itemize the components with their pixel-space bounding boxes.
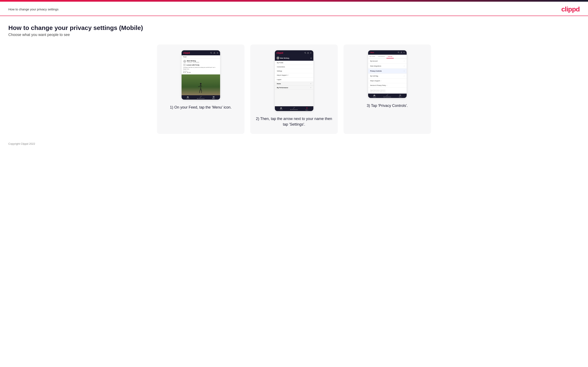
svg-line-1 (211, 53, 212, 54)
logo: clippd (561, 5, 580, 13)
mock3-item-mygolfbag: My Golf Bag › (368, 74, 407, 79)
mock3-item-serviceprivacy: Service & Privacy Policy ↗ (368, 83, 407, 88)
svg-line-7 (199, 85, 201, 87)
mock3-tab-connections: Connections (376, 55, 386, 58)
step-1-caption: 1) On your Feed, tap the 'Menu' icon. (170, 105, 232, 110)
mock2-myprofile-label: My Profile (277, 62, 283, 63)
mock1-tab: Feed (182, 55, 220, 59)
svg-point-5 (200, 83, 201, 84)
mock3-version: Clippd Client Version: 2022.8.3-3GQL Ser… (368, 88, 407, 93)
mockup-3: ‹ Back My Profile Connections Settings (368, 50, 407, 98)
step-1-card: clippd Feed Blair McHarg Yesterday · Sun… (157, 44, 244, 134)
mock3-tabs: My Profile Connections Settings (368, 55, 407, 59)
mock1-search-icon (210, 52, 212, 54)
svg-point-19 (308, 52, 308, 53)
mock1-logo: clippd (183, 51, 190, 54)
mock2-nav-menu: ✕ Menu (301, 107, 313, 111)
mock1-user-sub: Yesterday · Sunningdale (187, 62, 199, 63)
svg-point-21 (398, 52, 399, 53)
mockup-1: clippd Feed Blair McHarg Yesterday · Sun… (182, 50, 220, 100)
mock3-dataintegrations-chevron: › (404, 65, 405, 67)
mock3-back-arrow: ‹ (370, 52, 370, 53)
mock2-logout-label: Logout (277, 79, 281, 80)
page-heading: How to change your privacy settings (Mob… (8, 24, 580, 31)
mock3-search-icon (398, 51, 399, 53)
mock2-user-row: Blair McHarg ∧ (275, 55, 313, 61)
mock2-section-home: Home ∨ (275, 82, 313, 86)
mock2-perf-chevron: ∨ (310, 87, 311, 88)
mock2-person-icon (307, 52, 309, 54)
mock3-tab-myprofile: My Profile (368, 55, 377, 58)
mock2-nav-perf: My Performance (287, 107, 301, 111)
mock3-nav-perf-label: My Performance (383, 96, 391, 98)
svg-point-20 (310, 52, 311, 53)
mock2-settings-label: Settings (277, 70, 282, 72)
mock2-bottom-nav: Home My Performance ✕ Menu (275, 106, 313, 111)
mock2-home-section-label: Home (277, 83, 281, 84)
svg-line-10 (200, 89, 201, 92)
mock2-nav-perf-label: My Performance (290, 109, 298, 110)
mock2-avatar (277, 57, 279, 59)
mock2-helpsupport-label: Help & Support ↗ (277, 75, 288, 76)
mock3-mygolfbag-label: My Golf Bag (370, 75, 378, 77)
mock1-person-icon (213, 52, 215, 54)
svg-point-2 (214, 52, 215, 53)
mock2-perf-icon (293, 107, 295, 109)
mock1-perf-icon (200, 96, 202, 98)
mock2-menu-logout: Logout (275, 78, 313, 82)
mock3-serviceprivacy-label: Service & Privacy Policy (370, 85, 386, 86)
mock2-nav-menu-label: Menu (305, 109, 308, 111)
mock2-username: Blair McHarg (280, 57, 289, 59)
mock3-helpsupport-link: Help & Support ↗ (370, 80, 381, 82)
mock3-item-myaccount: My Account › (368, 59, 407, 64)
step-3-caption: 3) Tap 'Privacy Controls'. (367, 103, 408, 108)
mock3-options-icon (403, 51, 405, 53)
mock3-home-icon (373, 94, 375, 96)
mock3-tab-settings: Settings (386, 55, 394, 58)
mock2-menu-overlay: Blair McHarg ∧ My Profile Connections Se… (275, 55, 313, 106)
mock1-nav-perf: My Performance (194, 96, 207, 99)
svg-line-12 (199, 91, 200, 93)
mock3-nav-menu-label: Menu (399, 96, 401, 98)
footer-copyright: Copyright Clippd 2022 (8, 142, 35, 145)
svg-line-8 (198, 86, 199, 87)
main-content: How to change your privacy settings (Mob… (0, 16, 588, 138)
svg-line-13 (201, 91, 202, 93)
footer: Copyright Clippd 2022 (0, 138, 588, 150)
mock2-nav-home: Home (275, 107, 288, 111)
mock1-lesson-row: Lesson with Fordy (183, 64, 218, 66)
top-accent-bar (0, 0, 588, 2)
mock3-nav-home: Home (368, 94, 381, 98)
mock3-item-helpsupport: Help & Support ↗ (368, 79, 407, 83)
mock3-privacycontrols-chevron: › (404, 70, 405, 72)
header: How to change your privacy settings clip… (0, 2, 588, 16)
mock3-serviceprivacy-link: Service & Privacy Policy ↗ (370, 85, 387, 86)
mock2-menu-connections: Connections (275, 65, 313, 69)
mock1-bottom-nav: Home My Performance Menu (182, 95, 220, 100)
mock2-nav-home-label: Home (280, 109, 283, 110)
mock1-feed-item: Blair McHarg Yesterday · Sunningdale Les… (182, 59, 220, 75)
mock3-myaccount-label: My Account (370, 60, 378, 62)
mock2-bg-blur (275, 90, 313, 106)
mock2-user-left: Blair McHarg (277, 57, 289, 59)
mock2-menu-settings: Settings (275, 69, 313, 73)
mock3-icons (398, 51, 405, 53)
mock3-menu-icon (399, 94, 401, 96)
svg-point-4 (217, 53, 217, 53)
mock1-feed-text: Looking to feel like my hands are exitin… (183, 67, 218, 70)
mock2-connections-label: Connections (277, 66, 285, 67)
mock3-dataintegrations-label: Data Integrations (370, 65, 381, 67)
mock1-nav-menu-label: Menu (212, 98, 215, 99)
mock1-golfer-svg (198, 83, 204, 93)
mock3-settings-list: My Account › Data Integrations › Privacy… (368, 59, 407, 93)
mock3-item-privacycontrols: Privacy Controls › (368, 69, 407, 74)
mock2-perf-section-label: My Performance (277, 87, 288, 88)
mock3-back-btn: ‹ Back (370, 52, 374, 53)
mock2-logo: clippd (277, 51, 283, 54)
mock1-lesson-title: Lesson with Fordy (187, 64, 199, 66)
steps-row: clippd Feed Blair McHarg Yesterday · Sun… (8, 44, 580, 134)
svg-line-18 (305, 53, 306, 54)
mock1-header: clippd (182, 50, 220, 55)
page-subheading: Choose what you want people to see (8, 33, 580, 37)
mock1-nav-home-label: Home (187, 98, 189, 99)
